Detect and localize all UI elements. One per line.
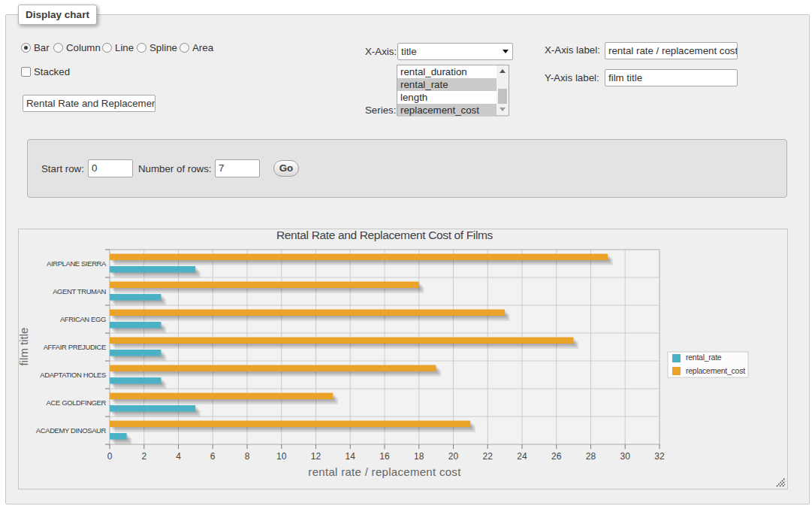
svg-text:10: 10	[276, 451, 287, 462]
svg-text:Rental Rate and Replacement Co: Rental Rate and Replacement Cost of Film…	[276, 229, 494, 241]
svg-text:0: 0	[107, 451, 113, 462]
svg-text:30: 30	[620, 451, 631, 462]
svg-text:ACADEMY DINOSAUR: ACADEMY DINOSAUR	[36, 426, 107, 435]
svg-text:18: 18	[414, 451, 424, 462]
svg-text:24: 24	[517, 451, 527, 462]
svg-text:ADAPTATION HOLES: ADAPTATION HOLES	[40, 371, 106, 379]
svg-text:32: 32	[654, 451, 665, 462]
svg-text:2: 2	[141, 451, 146, 462]
svg-text:16: 16	[379, 451, 390, 462]
svg-text:ACE GOLDFINGER: ACE GOLDFINGER	[47, 398, 107, 407]
svg-text:8: 8	[245, 451, 250, 462]
svg-text:rental_rate: rental_rate	[686, 353, 722, 362]
svg-text:replacement_cost: replacement_cost	[686, 366, 745, 375]
svg-text:film title: film title	[19, 328, 30, 366]
svg-text:20: 20	[448, 451, 459, 462]
svg-text:AGENT TRUMAN: AGENT TRUMAN	[53, 287, 106, 295]
svg-text:26: 26	[551, 451, 562, 462]
svg-text:14: 14	[346, 451, 356, 462]
svg-text:AIRPLANE SIERRA: AIRPLANE SIERRA	[47, 259, 107, 268]
svg-text:rental rate / replacement cost: rental rate / replacement cost	[308, 465, 461, 478]
svg-text:6: 6	[210, 451, 216, 462]
svg-text:AFFAIR PREJUDICE: AFFAIR PREJUDICE	[44, 343, 106, 351]
svg-text:4: 4	[176, 451, 181, 462]
svg-text:AFRICAN EGG: AFRICAN EGG	[60, 315, 106, 323]
svg-text:12: 12	[311, 451, 321, 462]
svg-text:28: 28	[586, 451, 596, 462]
svg-text:22: 22	[483, 451, 494, 462]
